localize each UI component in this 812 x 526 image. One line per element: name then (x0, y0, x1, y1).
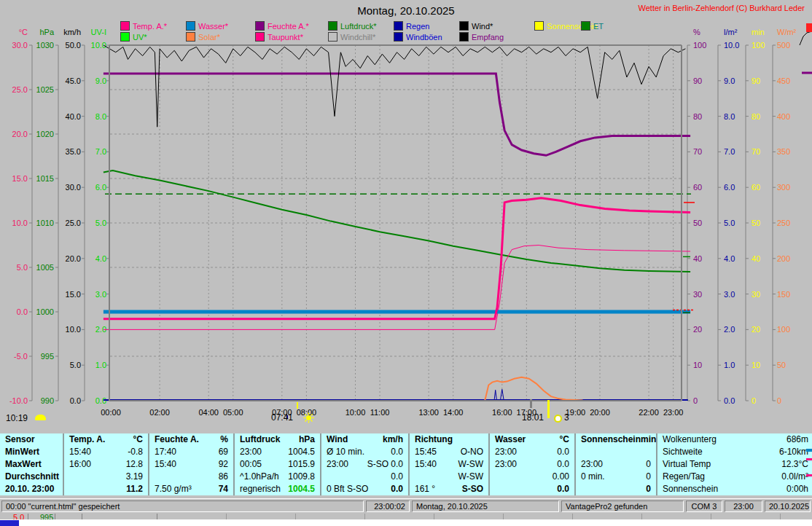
table-row: 0 Bft S-SO0.0 (321, 483, 408, 495)
table-col-richtung: Richtung15:45O-NO15:40W-SWW-SW161 °S-SO (410, 433, 490, 495)
cell-time: 20.10. 23:00 (5, 483, 54, 495)
cutoff-sep (295, 514, 296, 519)
sunrise-tick (297, 402, 298, 409)
cutoff-axis-label: 5.0 (13, 514, 24, 519)
table-row: 0.00 (490, 471, 574, 483)
series-taupunkt (104, 246, 690, 330)
table-row: Temp. A.°C (64, 433, 148, 446)
cell-value: km/h (383, 433, 403, 446)
cell-value: 11.2 (126, 483, 143, 495)
cell-time: MaxWert (5, 458, 42, 471)
table-row: Sonnenscheinmin (576, 433, 656, 446)
cell-value: 1015.9 (288, 458, 315, 471)
cell-value: O-NO (461, 446, 483, 458)
cell-value: 1009.8 (288, 471, 315, 483)
x-label-11:00: 11:00 (365, 408, 394, 417)
table-row (576, 446, 656, 458)
cell-time: 23:00 (495, 458, 517, 471)
cell-time: Sensor (5, 433, 35, 446)
cell-time: 15:40 (69, 446, 91, 458)
table-row: 00:051015.9 (235, 458, 320, 471)
cell-time: 7.50 g/m³ (155, 483, 192, 495)
status-bar: 00:00 "current.html" gespeichert23:00:02… (0, 498, 812, 513)
cell-value: min (641, 433, 656, 446)
table-row: 23:000 (576, 458, 656, 471)
table-row: 23:00S-SO 0.0 (321, 458, 408, 471)
cell-value: S-SO (462, 483, 483, 495)
cell-value: hPa (299, 433, 315, 446)
series-luftdruck (104, 170, 690, 272)
cell-time: 0 min. (581, 471, 605, 483)
cutoff-axis-strip: 5.0995 (0, 514, 812, 519)
corner-time: 10:19 (6, 413, 28, 423)
cutoff-sep (434, 514, 434, 519)
series-windben (494, 389, 504, 400)
cutoff-legend-box (806, 23, 812, 32)
sun-icon (303, 412, 314, 423)
cell-value: °C (560, 433, 569, 446)
info-label: Virtual Temp (663, 458, 711, 471)
info-row: Sonnenschein0:00h (657, 483, 812, 495)
cutoff-sep (157, 514, 157, 519)
table-row: 23:000.0 (490, 446, 574, 458)
cell-time: 00:05 (240, 458, 262, 471)
cutoff-sep (28, 514, 28, 519)
table-row: Ø 10 min.0.0 (321, 446, 408, 458)
cell-value: 74 (219, 483, 228, 495)
cell-time: 0 Bft S-SO (327, 483, 368, 495)
sunset-yellow-tick (547, 400, 550, 418)
cell-value: S-SO 0.0 (367, 458, 403, 471)
table-row: MinWert (0, 446, 63, 458)
cell-value: °C (133, 433, 143, 446)
status-segment-4: COM 3 (686, 501, 722, 512)
series-feuchtea (104, 74, 690, 155)
x-label-20:00: 20:00 (585, 408, 614, 417)
info-value: 686m (786, 433, 808, 446)
cell-value: 86 (219, 471, 228, 483)
table-row: 0.0 (490, 483, 574, 495)
sensor-stats-table: SensorMinWertMaxWertDurchschnitt20.10. 2… (0, 433, 812, 495)
cell-time: Ø 10 min. (327, 446, 364, 458)
table-row: 16:0012.8 (64, 458, 148, 471)
cell-time: 17:40 (155, 446, 176, 458)
status-segment-2: Montag, 20.10.2025 (412, 501, 559, 512)
table-row: Durchschnitt (0, 471, 63, 483)
sunset-gray-tick (530, 399, 532, 408)
cell-time: Temp. A. (69, 433, 105, 446)
cell-value: 0 (646, 458, 651, 471)
table-row: 15:4092 (149, 458, 233, 471)
series-solar (485, 377, 582, 401)
cutoff-sep (82, 514, 82, 519)
cell-time: ^1.0hPa/h (240, 471, 279, 483)
table-row: 0 min.0 (576, 471, 656, 483)
table-row: 0 (576, 483, 656, 495)
cell-value: 92 (219, 458, 228, 471)
cutoff-tick-0 (806, 449, 812, 452)
cell-time: Luftdruck (240, 433, 280, 446)
cell-time: Feuchte A. (155, 433, 199, 446)
table-row: 7.50 g/m³74 (149, 483, 233, 495)
bottom-white-strip (0, 519, 812, 526)
table-col-wasser: Wasser°C23:000.023:000.00.000.0 (490, 433, 576, 495)
cutoff-sep (226, 514, 227, 519)
corner-sun-icon (35, 415, 46, 420)
x-label-00:00: 00:00 (96, 408, 125, 417)
cell-value: % (220, 433, 228, 446)
table-col-sonnenschein: Sonnenscheinmin23:0000 min.00 (576, 433, 657, 495)
table-row: 15:40-0.8 (64, 446, 148, 458)
series-tempa (104, 198, 690, 319)
cell-time: 15:40 (155, 458, 176, 471)
table-col-tempa: Temp. A.°C15:40-0.816:0012.83.1911.2 (64, 433, 149, 495)
cell-value: 1004.5 (288, 483, 315, 495)
cell-time: Wasser (495, 433, 526, 446)
moon-icon (554, 415, 562, 423)
sunrise-time: 07:41 (271, 412, 293, 423)
table-row: 86 (149, 471, 233, 483)
series-empfang (104, 45, 686, 127)
cell-time: 161 ° (415, 483, 435, 495)
table-row: Windkm/h (321, 433, 408, 446)
table-row: regnerisch1004.5 (235, 483, 320, 495)
cutoff-sep (711, 514, 711, 519)
cell-value: 0.0 (391, 471, 403, 483)
cell-value: 0 (646, 483, 651, 495)
